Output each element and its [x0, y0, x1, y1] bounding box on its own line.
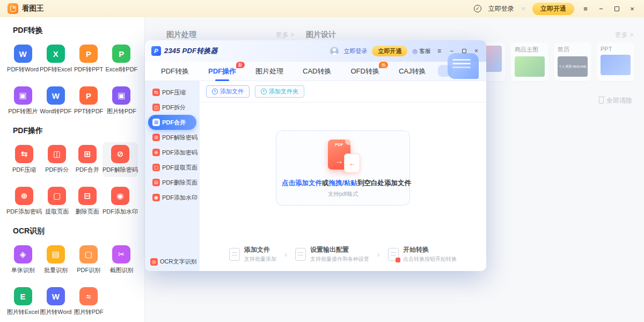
pdf-to-word-icon: W	[14, 45, 32, 63]
step-add-file: 添加文件 支持批量添加	[229, 245, 276, 263]
sidebar-item-ocr-single[interactable]: ◈ 单张识别	[6, 243, 39, 277]
workflow-steps: 添加文件 支持批量添加 设置输出配置 支持批量操作和各种设置 开	[200, 245, 486, 263]
section-title-ocr: OCR识别	[13, 226, 138, 236]
sidebar-item-delete-pages[interactable]: ⊟ 删除页面	[72, 184, 103, 219]
sidebar-item-pdf-to-excel[interactable]: X PDF转Excel	[39, 42, 72, 77]
nav-pdf-unlock[interactable]: ⊘ PDF解除密码	[148, 130, 196, 145]
dialog-maximize-button[interactable]	[460, 49, 467, 53]
new-badge: 新	[236, 62, 245, 68]
add-folder-button[interactable]: + 添加文件夹	[255, 85, 304, 98]
login-status-icon[interactable]: ✓	[474, 5, 481, 12]
customer-service-button[interactable]: ◎ 客服	[412, 47, 431, 55]
dialog-sidenav: ⇆ PDF压缩 ◫ PDF拆分 ⊞ PDF合并 ⊘ PDF解除密码 ⊕ PDF添…	[145, 81, 200, 271]
sidebar-item-ocr-pdf[interactable]: ▢ PDF识别	[72, 243, 105, 277]
nav-pdf-merge[interactable]: ⊞ PDF合并	[148, 115, 196, 130]
sidebar-item-image-to-pdf-ocr[interactable]: ≈ 图片转PDF	[72, 284, 105, 319]
tool-label: 批量识别	[44, 266, 68, 274]
sidebar-item-pdf-compress[interactable]: ⇆ PDF压缩	[6, 142, 42, 177]
add-file-button[interactable]: + 添加文件	[206, 85, 250, 98]
section-title-pdf-convert: PDF转换	[13, 26, 138, 35]
sidebar-item-pdf-lock[interactable]: ⊕ PDF添加密码	[6, 184, 42, 219]
tool-label: 图片转Excel	[7, 308, 39, 316]
sidebar-item-pdf-unlock[interactable]: ⊘ PDF解除密码	[103, 142, 138, 177]
sidebar-item-ocr-screenshot[interactable]: ✂ 截图识别	[105, 243, 138, 277]
avatar[interactable]	[330, 47, 339, 55]
ocr-pdf-icon: ▢	[79, 245, 98, 264]
nav-pdf-split[interactable]: ◫ PDF拆分	[148, 100, 196, 115]
sidebar-item-ppt-to-pdf[interactable]: P PPT转PDF	[72, 84, 105, 119]
app-maximize-button[interactable]	[612, 6, 621, 11]
step-start-convert: 开始转换 点击转换按钮开始转换	[388, 245, 457, 263]
sidebar-item-pdf-to-image[interactable]: ▣ PDF转图片	[6, 84, 39, 119]
paper-decoration	[448, 53, 479, 79]
vip-heart-icon[interactable]: ♥	[521, 4, 525, 13]
dialog-minimize-button[interactable]: −	[448, 47, 455, 55]
image-to-pdf-icon: ▣	[112, 86, 130, 105]
app-menu-icon[interactable]: ≡	[581, 5, 590, 13]
pdf-to-excel-icon: X	[47, 45, 65, 63]
tool-label: PDF拆分	[45, 166, 69, 174]
pdf-split-icon: ◫	[152, 104, 160, 111]
pdf-lock-icon: ⊕	[15, 187, 33, 205]
sidebar-item-image-to-word[interactable]: W 图片转Word	[39, 284, 72, 319]
extract-pages-icon: ▢	[152, 164, 160, 171]
extract-pages-icon: ▢	[48, 187, 66, 205]
sidebar-item-pdf-to-ppt[interactable]: P PDF转PPT	[72, 42, 105, 77]
sidebar-item-image-to-pdf[interactable]: ▣ 图片转PDF	[105, 84, 138, 119]
nav-label: PDF添加密码	[162, 149, 197, 157]
login-link[interactable]: 立即登录	[488, 4, 514, 13]
tool-label: 单张识别	[11, 266, 35, 274]
sidebar-item-pdf-to-word[interactable]: W PDF转Word	[6, 42, 39, 77]
app-title: 看图王	[22, 4, 44, 13]
upgrade-button[interactable]: 立即开通	[532, 3, 574, 15]
sidebar-item-pdf-watermark[interactable]: ◉ PDF添加水印	[103, 184, 138, 219]
dialog-tabbar: PDF转换 PDF操作 新 图片处理 CAD转换 OFD转换 热 CAJ转换	[145, 62, 486, 81]
nav-label: PDF添加水印	[162, 194, 197, 202]
chevron-right-icon	[284, 250, 287, 259]
tab-pdf-ops[interactable]: PDF操作 新	[208, 61, 236, 81]
tab-image-processing[interactable]: 图片处理	[255, 61, 283, 81]
sidebar-item-image-to-excel[interactable]: E 图片转Excel	[6, 284, 39, 319]
sidebar-item-ocr-batch[interactable]: ▤ 批量识别	[39, 243, 72, 277]
pdf-lock-icon: ⊕	[152, 149, 160, 156]
tab-label: PDF操作	[208, 67, 236, 75]
app-minimize-button[interactable]: −	[597, 5, 605, 13]
nav-pdf-watermark[interactable]: ◉ PDF添加水印	[148, 190, 196, 205]
dialog-upgrade-button[interactable]: 立即开通	[372, 46, 407, 56]
nav-pdf-delete-pages[interactable]: ⊟ PDF删除页面	[148, 175, 196, 190]
dropzone-rest-text: 到空白处添加文件	[357, 179, 411, 187]
sidebar-item-excel-to-pdf[interactable]: P Excel转PDF	[105, 42, 138, 77]
dropzone-instruction: 点击添加文件或拖拽/粘贴到空白处添加文件	[282, 179, 404, 188]
dialog-login-link[interactable]: 立即登录	[343, 47, 367, 55]
pdf-converter-dialog: P 2345 PDF转换器 立即登录 立即开通 ◎ 客服 ≡ − × PDF转换…	[145, 40, 486, 271]
tool-label: 图片转PDF	[107, 107, 136, 115]
nav-ocr-text[interactable]: ◎ OCR文字识别	[150, 258, 196, 266]
image-to-excel-icon: E	[14, 287, 32, 305]
nav-pdf-compress[interactable]: ⇆ PDF压缩	[148, 85, 196, 100]
tab-caj-convert[interactable]: CAJ转换	[399, 61, 426, 81]
dialog-menu-icon[interactable]: ≡	[436, 47, 443, 55]
nav-pdf-lock[interactable]: ⊕ PDF添加密码	[148, 145, 196, 160]
sidebar-item-pdf-merge[interactable]: ⊞ PDF合并	[72, 142, 103, 177]
ppt-to-pdf-icon: P	[79, 86, 98, 105]
dropzone-or-text: 或	[322, 179, 329, 187]
sidebar-item-extract-pages[interactable]: ▢ 提取页面	[42, 184, 72, 219]
tool-label: PDF转Word	[7, 65, 39, 74]
service-label: 客服	[419, 47, 431, 55]
tool-label: PDF添加密码	[6, 208, 42, 216]
nav-label: PDF提取页面	[162, 164, 197, 172]
tab-cad-convert[interactable]: CAD转换	[303, 61, 331, 81]
sidebar-item-pdf-split[interactable]: ◫ PDF拆分	[42, 142, 72, 177]
tool-label: PPT转PDF	[74, 107, 103, 115]
app-close-button[interactable]: ×	[628, 5, 636, 13]
sidebar-item-word-to-pdf[interactable]: W Word转PDF	[39, 84, 72, 119]
nav-pdf-extract-pages[interactable]: ▢ PDF提取页面	[148, 160, 196, 175]
tab-ofd-convert[interactable]: OFD转换 热	[350, 61, 379, 81]
step-title: 设置输出配置	[310, 245, 369, 254]
service-icon: ◎	[412, 48, 418, 55]
file-dropzone[interactable]: PDF 点击添加文件或拖拽/粘贴到空白处添加文件 支持pdf格式	[276, 130, 410, 206]
tab-pdf-convert[interactable]: PDF转换	[161, 61, 189, 81]
dialog-close-button[interactable]: ×	[473, 47, 480, 55]
nav-label: PDF删除页面	[162, 179, 197, 187]
convert-doc-icon	[388, 248, 399, 261]
